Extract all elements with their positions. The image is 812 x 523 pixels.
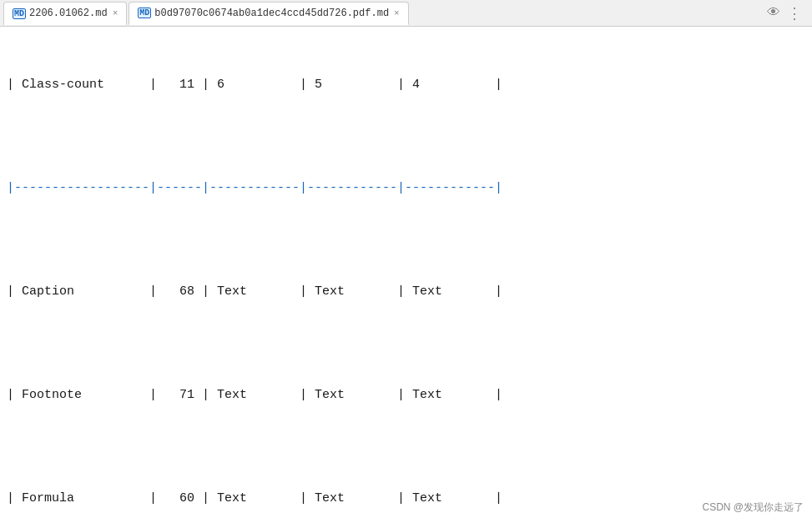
table-separator-row: |------------------|------|------------|… — [7, 177, 812, 200]
tab-2-close[interactable]: × — [394, 8, 400, 18]
tab-1-close[interactable]: × — [113, 8, 119, 18]
tab-actions: 👁 ⋮ — [767, 4, 809, 23]
tab-2-icon: MD — [138, 7, 151, 20]
table-header-row: | Class-count | 11 | 6 | 5 | 4 | — [7, 73, 812, 97]
more-icon[interactable]: ⋮ — [787, 4, 802, 23]
markdown-table: | Class-count | 11 | 6 | 5 | 4 | |------… — [7, 33, 812, 523]
tab-2[interactable]: MD b0d97070c0674ab0a1dec4ccd45dd726.pdf.… — [129, 2, 408, 25]
table-row-footnote: | Footnote | 71 | Text | Text | Text | — [7, 384, 812, 407]
table-row-caption: | Caption | 68 | Text | Text | Text | — [7, 280, 812, 304]
tab-1-icon: MD — [13, 7, 26, 20]
tab-1-label: 2206.01062.md — [29, 8, 108, 19]
watermark: CSDN @发现你走远了 — [702, 500, 804, 515]
tab-bar: MD 2206.01062.md × MD b0d97070c0674ab0a1… — [0, 0, 812, 27]
table-row-formula: | Formula | 60 | Text | Text | Text | — [7, 487, 812, 510]
content-area: | Class-count | 11 | 6 | 5 | 4 | |------… — [0, 27, 812, 523]
tab-2-label: b0d97070c0674ab0a1dec4ccd45dd726.pdf.md — [154, 8, 389, 19]
tab-1[interactable]: MD 2206.01062.md × — [3, 2, 127, 25]
eye-icon[interactable]: 👁 — [767, 5, 780, 21]
